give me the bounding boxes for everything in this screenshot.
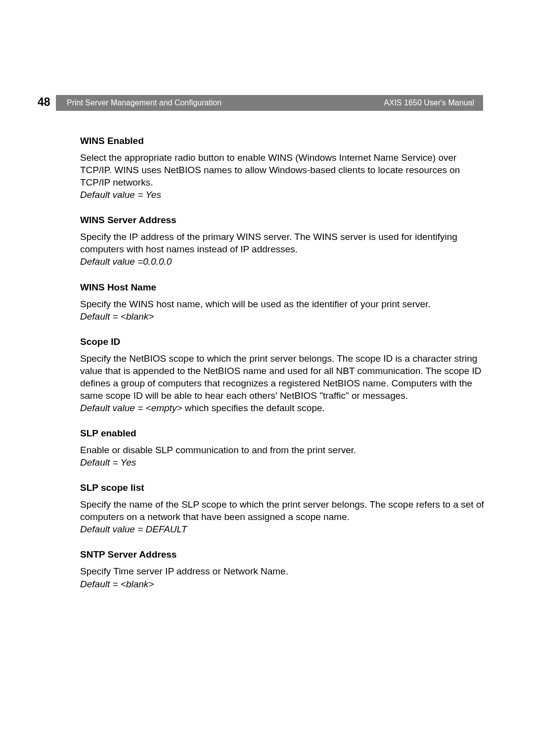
header-left: Print Server Management and Configuratio… (67, 98, 222, 107)
page-number: 48 (38, 95, 50, 109)
section-body: Enable or disable SLP communication to a… (80, 444, 485, 456)
section-title-sntp-server-address: SNTP Server Address (80, 549, 485, 560)
section-default-suffix: which specifies the default scope. (182, 403, 325, 413)
section-body: Select the appropriate radio button to e… (80, 151, 485, 189)
section-title-wins-server-address: WINS Server Address (80, 215, 485, 226)
section-title-wins-enabled: WINS Enabled (80, 136, 485, 146)
section-default: Default = <blank> (80, 310, 485, 323)
section-default: Default value = <empty> which specifies … (80, 402, 485, 414)
header-bar: Print Server Management and Configuratio… (56, 95, 483, 111)
section-body: Specify the name of the SLP scope to whi… (80, 498, 485, 523)
section-title-slp-scope-list: SLP scope list (80, 482, 485, 493)
section-default: Default = <blank> (80, 578, 485, 590)
header-right: AXIS 1650 User's Manual (384, 98, 474, 107)
section-title-wins-host-name: WINS Host Name (80, 282, 485, 293)
section-default: Default = Yes (80, 456, 485, 469)
section-title-scope-id: Scope ID (80, 336, 485, 347)
section-body: Specify the NetBIOS scope to which the p… (80, 352, 485, 402)
section-body: Specify the IP address of the primary WI… (80, 231, 485, 255)
section-default: Default value =0.0.0.0 (80, 255, 485, 268)
section-body: Specify the WINS host name, which will b… (80, 298, 485, 310)
section-default: Default value = DEFAULT (80, 523, 485, 535)
section-default-prefix: Default value = <empty> (80, 403, 182, 413)
section-default: Default value = Yes (80, 189, 485, 201)
section-body: Specify Time server IP address or Networ… (80, 565, 485, 577)
content: WINS Enabled Select the appropriate radi… (80, 136, 485, 590)
page: 48 Print Server Management and Configura… (0, 0, 534, 756)
section-title-slp-enabled: SLP enabled (80, 428, 485, 439)
